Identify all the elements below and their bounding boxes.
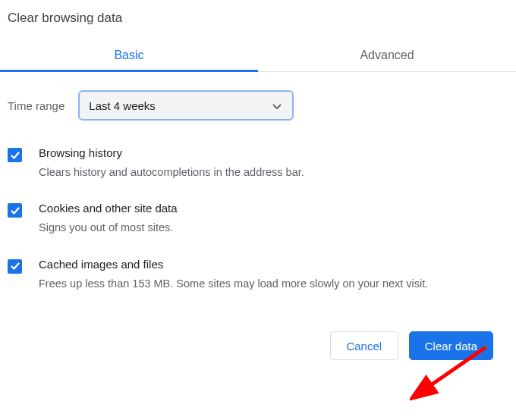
- dialog-title: Clear browsing data: [0, 0, 516, 39]
- time-range-label: Time range: [8, 99, 64, 112]
- option-desc: Signs you out of most sites.: [39, 219, 508, 236]
- checkbox-cookies[interactable]: [8, 203, 22, 218]
- option-title: Cookies and other site data: [39, 202, 508, 215]
- tab-bar: Basic Advanced: [0, 39, 516, 72]
- checkmark-icon: [10, 150, 20, 161]
- time-range-row: Time range Last 4 weeks: [0, 72, 516, 127]
- option-desc: Clears history and autocompletions in th…: [39, 164, 508, 180]
- clear-data-button[interactable]: Clear data: [409, 331, 493, 360]
- option-browsing-history: Browsing history Clears history and auto…: [8, 131, 508, 186]
- tab-advanced[interactable]: Advanced: [258, 39, 516, 72]
- option-desc: Frees up less than 153 MB. Some sites ma…: [39, 275, 508, 292]
- button-row: Cancel Clear data: [0, 298, 516, 371]
- options-list: Browsing history Clears history and auto…: [0, 127, 516, 298]
- checkbox-browsing-history[interactable]: [8, 148, 22, 162]
- checkmark-icon: [10, 261, 20, 271]
- option-text: Cached images and files Frees up less th…: [39, 258, 508, 292]
- checkbox-cache[interactable]: [8, 259, 22, 274]
- checkmark-icon: [10, 205, 20, 216]
- tab-basic[interactable]: Basic: [0, 39, 258, 72]
- cancel-button[interactable]: Cancel: [330, 331, 398, 360]
- option-text: Cookies and other site data Signs you ou…: [39, 202, 508, 236]
- option-text: Browsing history Clears history and auto…: [39, 146, 508, 180]
- option-title: Cached images and files: [39, 258, 508, 271]
- option-title: Browsing history: [39, 146, 508, 159]
- option-cookies: Cookies and other site data Signs you ou…: [8, 186, 508, 242]
- time-range-value: Last 4 weeks: [89, 99, 156, 112]
- option-cache: Cached images and files Frees up less th…: [8, 243, 508, 298]
- time-range-select[interactable]: Last 4 weeks: [78, 90, 294, 121]
- caret-down-icon: [272, 99, 282, 111]
